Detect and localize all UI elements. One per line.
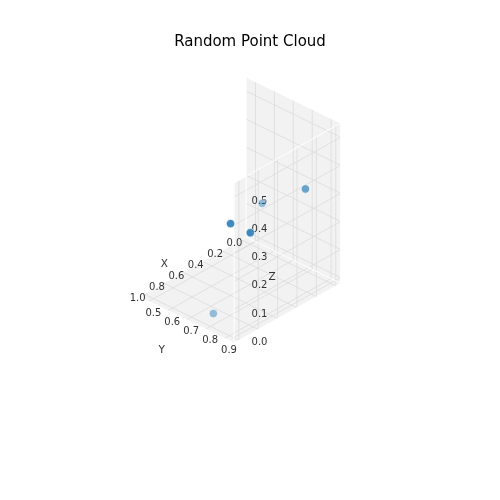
- x-axis-label: X: [161, 257, 168, 269]
- figure: Random Point Cloud 0.00.20.40.60.81.00.5…: [0, 0, 500, 500]
- data-point: [301, 185, 309, 193]
- y-tick-label: 0.9: [221, 344, 237, 355]
- z-tick-label: 0.3: [252, 251, 268, 262]
- x-tick-label: 0.2: [207, 248, 223, 259]
- y-tick-label: 0.8: [202, 334, 218, 345]
- x-tick-label: 0.4: [188, 259, 204, 270]
- z-tick-label: 0.2: [252, 279, 268, 290]
- y-tick-label: 0.6: [164, 316, 180, 327]
- y-tick-label: 0.5: [145, 307, 161, 318]
- z-tick-label: 0.0: [252, 336, 268, 347]
- data-point: [226, 219, 234, 227]
- x-tick-label: 0.8: [149, 281, 165, 292]
- scatter3d-plot: 0.00.20.40.60.81.00.50.60.70.80.90.00.10…: [0, 0, 500, 500]
- x-tick-label: 0.0: [227, 237, 243, 248]
- z-tick-label: 0.1: [252, 308, 268, 319]
- x-tick-label: 0.6: [168, 270, 184, 281]
- y-axis-label: Y: [158, 343, 166, 355]
- y-tick-label: 0.7: [183, 325, 199, 336]
- data-point: [258, 199, 266, 207]
- x-tick-label: 1.0: [130, 292, 146, 303]
- data-point: [246, 229, 254, 237]
- z-axis-label: Z: [269, 270, 276, 282]
- data-point: [209, 309, 217, 317]
